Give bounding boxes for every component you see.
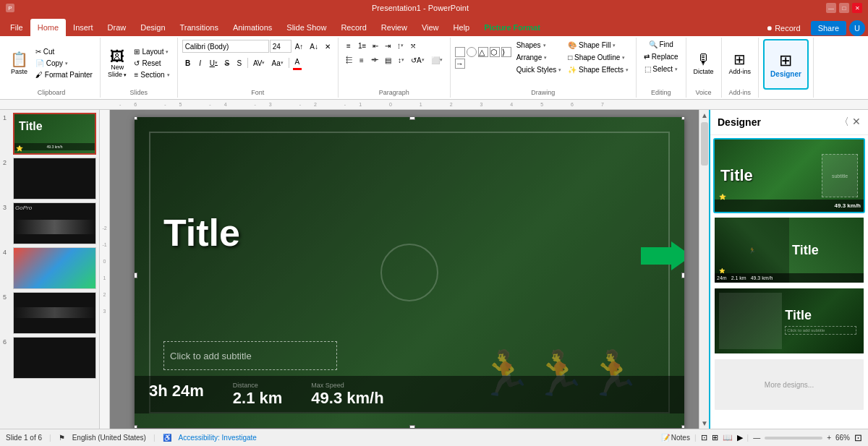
slide-img-1[interactable]: Title 49.3 km/h ⭐ [13,113,96,155]
line-spacing-button[interactable]: ↕ ▾ [395,54,407,66]
designer-close-button[interactable]: ✕ [852,116,861,129]
handle-bm[interactable] [409,425,415,428]
reset-button[interactable]: ↺ Reset [131,58,172,69]
minimize-button[interactable]: — [826,3,836,13]
shape-1[interactable] [455,47,465,57]
tab-transitions[interactable]: Transitions [173,19,226,36]
handle-mr[interactable] [681,273,684,278]
decrease-font-button[interactable]: A↓ [307,40,321,52]
slide-thumb-5[interactable]: 5 [3,292,96,334]
shape-effects-button[interactable]: ✨ Shape Effects ▾ [565,64,631,75]
accessibility-status[interactable]: Accessibility: Investigate [179,434,257,442]
tab-design[interactable]: Design [133,19,172,36]
format-painter-button[interactable]: 🖌 Format Painter [33,69,95,80]
notes-button[interactable]: 📝 Notes [661,434,690,442]
tab-animations[interactable]: Animations [226,19,279,36]
slide-img-6[interactable] [13,337,96,379]
font-name-input[interactable] [182,40,269,53]
addins-button[interactable]: ⊞ Add-ins [726,42,754,85]
decrease-indent-button[interactable]: ⇤ [370,40,381,51]
scroll-up[interactable]: ▲ [699,110,709,121]
handle-tl[interactable] [135,117,137,120]
justify-button[interactable]: ▤ [382,54,394,66]
handle-tr[interactable] [681,117,684,120]
window-controls[interactable]: — □ ✕ [826,3,862,13]
handle-br[interactable] [681,425,684,428]
tab-home[interactable]: Home [30,19,66,36]
slide-img-4[interactable] [13,247,96,289]
designer-collapse-button[interactable]: 〈 [839,116,849,129]
replace-button[interactable]: ⇄ Replace [641,51,681,62]
user-avatar[interactable]: U [849,20,865,36]
text-direction-button[interactable]: ↺A ▾ [408,54,427,66]
quick-styles-button[interactable]: Quick Styles ▾ [514,64,565,75]
find-button[interactable]: 🔍 Find [646,39,676,50]
slide-img-3[interactable]: GoPro [13,202,96,244]
tab-picture-format[interactable]: Picture Format [477,19,548,36]
align-right-button[interactable]: ⬲ [368,54,381,66]
bullets-button[interactable]: ≡ [343,40,354,51]
numbering-button[interactable]: 1≡ [355,40,369,51]
clear-format-button[interactable]: ✕ [322,40,333,52]
tab-slideshow[interactable]: Slide Show [279,19,333,36]
layout-button[interactable]: ⊞ Layout ▾ [131,46,172,57]
copy-button[interactable]: 📄 Copy ▾ [33,58,95,69]
slide-title[interactable]: Title [163,211,240,254]
handle-ml[interactable] [135,273,137,278]
increase-indent-button[interactable]: ⇥ [382,40,393,51]
vertical-scrollbar[interactable]: ▲ ▼ [699,110,709,429]
slideshow-view-button[interactable]: ▶ [737,433,743,442]
font-color-button[interactable]: A [292,56,303,67]
smartart-button[interactable]: ⤲ [407,40,419,51]
slide-main[interactable]: 🏃🏃🏃 Title Click to add subtitle 3h 24m [135,117,684,428]
paste-button[interactable]: 📋 Paste [7,42,31,85]
cut-button[interactable]: ✂ Cut [33,46,95,57]
slide-thumb-6[interactable]: 6 [3,337,96,379]
increase-font-button[interactable]: A↑ [292,40,307,52]
slide-thumb-1[interactable]: 1 Title 49.3 km/h ⭐ [3,113,96,155]
tab-file[interactable]: File [3,19,30,36]
arrange-button[interactable]: Arrange ▾ [514,52,565,63]
scroll-down[interactable]: ▼ [699,418,709,429]
columns-button[interactable]: ⫶ ▾ [394,40,407,51]
select-button[interactable]: ⬚ Select ▾ [642,64,681,74]
tab-help[interactable]: Help [446,19,477,36]
shape-4[interactable]: ⬡ [490,47,500,57]
underline-button[interactable]: U ▾ [207,57,221,69]
shape-2[interactable] [467,47,477,57]
tab-view[interactable]: View [414,19,446,36]
scroll-thumb[interactable] [701,122,708,166]
align-left-button[interactable]: ⬱ [343,54,355,66]
strikethrough-button[interactable]: S [221,57,233,69]
dictate-button[interactable]: 🎙 Dictate [691,42,717,85]
bold-button[interactable]: B [182,57,194,69]
slide-thumb-4[interactable]: 4 [3,247,96,289]
new-slide-button[interactable]: 🖼 NewSlide ▾ [105,42,130,85]
tab-insert[interactable]: Insert [66,19,101,36]
zoom-slider[interactable] [765,437,822,439]
design-suggestion-2[interactable]: 🏃 Title 24m 2.1 km 49.3 km/h ⭐ [713,216,865,284]
shape-6[interactable]: → [455,59,465,69]
tab-record[interactable]: Record [333,19,373,36]
shape-5[interactable]: ⟩ [501,47,511,57]
maximize-button[interactable]: □ [839,3,849,13]
slide-img-5[interactable] [13,292,96,334]
close-button[interactable]: ✕ [852,3,862,13]
handle-tm[interactable] [409,117,415,120]
shadow-button[interactable]: S [234,57,245,69]
shapes-button[interactable]: Shapes ▾ [514,40,565,51]
normal-view-button[interactable]: ⊡ [701,433,707,442]
change-case-button[interactable]: Aa ▾ [268,57,286,69]
shape-3[interactable]: △ [478,47,488,57]
slide-thumb-2[interactable]: 2 [3,158,96,200]
record-button[interactable]: ⏺ Record [759,21,807,35]
slide-thumb-3[interactable]: 3 GoPro [3,202,96,244]
slide-img-2[interactable] [13,158,96,200]
tab-draw[interactable]: Draw [101,19,134,36]
design-suggestion-1[interactable]: Title subtitle 49.3 km/h ⭐ [713,138,865,213]
reading-view-button[interactable]: 📖 [723,433,733,442]
handle-bl[interactable] [135,425,137,428]
fit-slide-button[interactable]: ⊡ [854,432,862,443]
text-align-button[interactable]: ⬜ ▾ [428,54,446,66]
designer-button[interactable]: ⊞ Designer [763,39,809,90]
